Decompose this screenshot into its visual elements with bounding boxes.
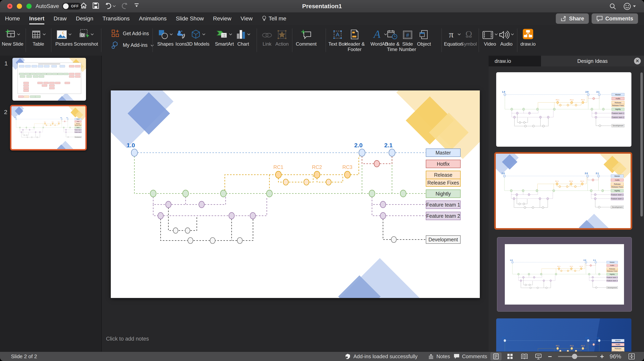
statusbar: Slide 2 of 2 Add-ins loaded successfully… <box>0 351 644 361</box>
ribbon-smartart[interactable]: SmartArt <box>212 27 236 47</box>
svg-text:Master: Master <box>614 175 620 177</box>
pictures-icon <box>56 30 67 40</box>
menu-tab-home[interactable]: Home <box>5 16 20 22</box>
design-idea-1[interactable]: RC1RC2RC31.02.02.1MasterHotfixReleaseRel… <box>496 72 632 147</box>
menu-tab-draw[interactable]: Draw <box>54 16 66 22</box>
equation-icon: π <box>446 29 456 40</box>
comment-icon <box>301 29 312 40</box>
menu-tellme[interactable]: Tell me <box>262 16 286 22</box>
svg-text:Master: Master <box>436 150 451 156</box>
notes-placeholder[interactable]: Click to add notes <box>106 336 149 342</box>
tab-drawio[interactable]: draw.io <box>488 56 541 67</box>
new-slide-icon <box>5 29 16 40</box>
svg-text:Development: Development <box>75 137 81 138</box>
svg-text:#: # <box>406 32 409 38</box>
panel-scrollbar[interactable] <box>640 73 643 216</box>
menu-tab-animations[interactable]: Animations <box>139 16 166 22</box>
svg-text:RC1: RC1 <box>558 266 560 267</box>
svg-text:1.0: 1.0 <box>126 142 135 149</box>
menu-tab-review[interactable]: Review <box>213 16 232 22</box>
svg-text:Development: Development <box>428 237 458 242</box>
chart-chevron-icon[interactable] <box>248 32 250 36</box>
ribbon-symbol: Ω Symbol <box>459 27 478 47</box>
svg-text:RC3: RC3 <box>58 122 60 123</box>
search-icon[interactable] <box>609 3 616 10</box>
svg-text:Nightly: Nightly <box>436 191 451 196</box>
comments-button[interactable]: Comments <box>592 14 638 24</box>
ribbon-audio[interactable]: Audio <box>496 27 516 47</box>
get-addins-icon <box>111 29 120 38</box>
menu-tab-transitions[interactable]: Transitions <box>102 16 130 22</box>
symbol-icon: Ω <box>464 29 474 40</box>
svg-text:Release: Release <box>614 102 622 104</box>
close-panel-icon[interactable]: ✕ <box>634 58 641 65</box>
slide-sorter-view-button[interactable] <box>504 352 516 360</box>
addin-icon <box>345 353 351 359</box>
svg-text:RC1: RC1 <box>556 99 560 101</box>
svg-text:1.0: 1.0 <box>510 259 512 261</box>
svg-text:Release Fixes: Release Fixes <box>607 270 617 272</box>
ribbon-screenshot[interactable]: Screenshot <box>72 27 100 47</box>
svg-text:Hotfix: Hotfix <box>437 161 450 167</box>
svg-text:Hotfix: Hotfix <box>615 179 620 181</box>
ribbon-header-footer[interactable]: Header & Footer <box>342 27 368 52</box>
svg-text:Hotfix: Hotfix <box>77 121 80 122</box>
svg-text:2.0: 2.0 <box>60 117 62 118</box>
ribbon-my-addins[interactable]: My Add-ins <box>111 39 154 51</box>
svg-text:RC1: RC1 <box>556 345 560 347</box>
svg-text:Feature team 2: Feature team 2 <box>611 198 624 200</box>
svg-text:Hotfix: Hotfix <box>616 343 620 345</box>
tab-design-ideas[interactable]: Design Ideas <box>541 56 644 67</box>
3d-models-chevron-icon[interactable] <box>202 32 206 36</box>
ribbon-table[interactable]: Table <box>26 27 50 47</box>
design-idea-2-selected[interactable]: RC1RC2RC31.02.02.1MasterHotfixReleaseRel… <box>494 152 632 230</box>
ribbon-get-addins[interactable]: Get Add-ins <box>111 28 154 39</box>
ribbon-comment[interactable]: Comment <box>294 27 319 47</box>
smartart-chevron-icon[interactable] <box>229 32 232 36</box>
ribbon-drawio[interactable]: draw.io <box>518 27 538 47</box>
slide-canvas[interactable]: RC1RC2RC31.02.02.1MasterHotfixReleaseRel… <box>111 91 480 298</box>
menu-tab-insert[interactable]: Insert <box>29 16 44 22</box>
zoom-slider[interactable] <box>558 356 597 357</box>
slide-1-thumbnail[interactable] <box>12 58 86 101</box>
menu-tab-design[interactable]: Design <box>76 16 93 22</box>
svg-text:RC1: RC1 <box>555 180 559 182</box>
fit-slide-button[interactable] <box>626 352 637 360</box>
ribbon-new-slide[interactable]: New Slide <box>2 27 24 47</box>
normal-view-button[interactable] <box>490 352 502 360</box>
svg-text:2.1: 2.1 <box>596 91 600 93</box>
design-idea-3[interactable]: RC1RC2RC31.02.02.1MasterHotfixReleaseRel… <box>497 237 632 311</box>
video-icon <box>482 31 494 40</box>
share-button[interactable]: Share <box>556 14 589 24</box>
zoom-out-button[interactable]: − <box>548 352 552 361</box>
audio-chevron-icon[interactable] <box>511 32 514 36</box>
svg-text:RC2: RC2 <box>569 180 573 182</box>
link-icon <box>262 31 272 40</box>
menu-tab-slide-show[interactable]: Slide Show <box>176 16 204 22</box>
svg-text:Release Fixes: Release Fixes <box>428 180 459 185</box>
slideshow-view-button[interactable] <box>533 352 544 360</box>
slide-2-thumbnail[interactable]: RC1RC2RC31.02.02.1MasterHotfixReleaseRel… <box>10 105 87 151</box>
wordart-icon: A <box>371 29 383 40</box>
ribbon-object[interactable]: Object <box>414 27 434 47</box>
pictures-chevron-icon[interactable] <box>68 32 72 36</box>
svg-text:A: A <box>336 32 340 38</box>
menu-tab-view[interactable]: View <box>240 16 252 22</box>
account-menu[interactable] <box>623 3 636 11</box>
zoom-slider-handle[interactable] <box>572 354 577 359</box>
slide-thumbnail-panel: 1 2 RC1RC2RC31.02.02.1MasterHotfixReleas… <box>0 56 102 352</box>
svg-text:2.0: 2.0 <box>586 91 588 93</box>
zoom-in-button[interactable]: + <box>600 352 604 361</box>
svg-text:Master: Master <box>615 339 621 341</box>
svg-text:2.1: 2.1 <box>66 117 68 118</box>
new-slide-chevron-icon[interactable] <box>17 32 20 36</box>
table-chevron-icon[interactable] <box>43 32 46 36</box>
notes-toggle[interactable]: Notes <box>428 352 450 361</box>
reading-view-button[interactable] <box>519 352 530 360</box>
ribbon-pictures[interactable]: Pictures <box>52 27 76 47</box>
svg-text:Master: Master <box>615 94 621 96</box>
ribbon-chart[interactable]: Chart <box>234 27 253 47</box>
comments-toggle[interactable]: Comments <box>454 352 487 361</box>
ribbon-3d-models[interactable]: 3D Models <box>186 27 210 47</box>
screenshot-chevron-icon[interactable] <box>91 32 94 36</box>
